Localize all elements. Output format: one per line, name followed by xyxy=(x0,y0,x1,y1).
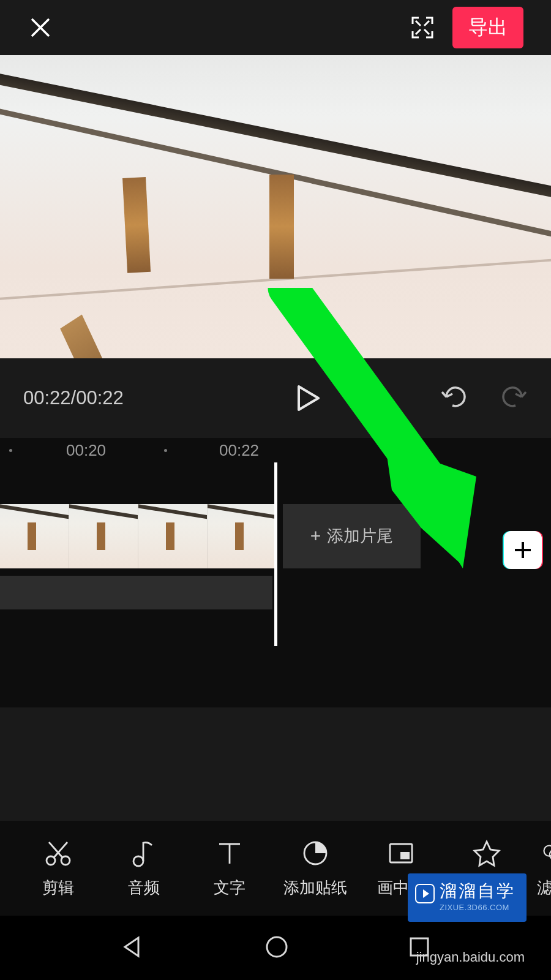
tool-filter[interactable]: 滤 xyxy=(530,839,551,899)
preview-content xyxy=(122,177,151,273)
add-ending-button[interactable]: + 添加片尾 xyxy=(283,504,421,568)
redo-icon xyxy=(501,385,528,409)
ruler-tick xyxy=(164,449,167,452)
tool-label: 添加贴纸 xyxy=(283,877,347,899)
preview-content xyxy=(60,314,116,358)
video-clip-thumbnail[interactable] xyxy=(138,504,208,568)
video-clip-thumbnail[interactable] xyxy=(208,504,277,568)
nav-back-button[interactable] xyxy=(120,934,146,962)
plus-icon xyxy=(512,540,533,560)
undo-button[interactable] xyxy=(440,385,467,412)
fullscreen-icon xyxy=(410,15,435,40)
scissors-icon xyxy=(43,839,73,868)
add-ending-label: 添加片尾 xyxy=(327,525,393,547)
nav-home-button[interactable] xyxy=(264,934,290,962)
time-display: 00:22/00:22 xyxy=(23,387,176,409)
add-clip-button[interactable] xyxy=(504,531,542,569)
svg-point-2 xyxy=(133,856,143,866)
export-button[interactable]: 导出 xyxy=(452,7,523,48)
audio-track[interactable] xyxy=(0,576,272,609)
video-clips[interactable] xyxy=(0,504,277,568)
tool-label: 剪辑 xyxy=(42,877,74,899)
video-preview[interactable] xyxy=(0,55,551,358)
svg-point-0 xyxy=(47,856,55,865)
playhead[interactable] xyxy=(274,462,277,646)
video-clip-thumbnail[interactable] xyxy=(69,504,138,568)
undo-icon xyxy=(440,385,467,409)
footer-attribution: jingyan.baidu.com xyxy=(416,949,525,965)
watermark-play-icon xyxy=(415,884,435,903)
svg-point-8 xyxy=(267,937,287,957)
fullscreen-button[interactable] xyxy=(410,15,435,40)
top-toolbar: 导出 xyxy=(0,0,551,55)
ruler-mark: 00:20 xyxy=(66,441,106,460)
tool-label: 音频 xyxy=(128,877,160,899)
music-note-icon xyxy=(129,839,159,868)
undo-redo-group xyxy=(440,385,528,412)
top-right-controls: 导出 xyxy=(410,7,523,48)
plus-icon: + xyxy=(310,526,321,546)
tool-cut[interactable]: 剪辑 xyxy=(15,839,101,899)
svg-rect-5 xyxy=(400,852,410,859)
watermark-badge: 溜溜自学 ZIXUE.3D66.COM xyxy=(408,873,527,922)
system-navigation xyxy=(0,916,551,980)
tool-audio[interactable]: 音频 xyxy=(101,839,187,899)
ruler-tick xyxy=(9,449,12,452)
play-button[interactable] xyxy=(176,385,440,412)
redo-button xyxy=(501,385,528,412)
star-icon xyxy=(472,839,501,868)
timeline-area[interactable]: + 添加片尾 xyxy=(0,462,551,707)
circle-home-icon xyxy=(264,934,290,960)
video-clip-thumbnail[interactable] xyxy=(0,504,69,568)
close-icon xyxy=(29,16,52,39)
picture-in-picture-icon xyxy=(386,839,416,868)
triangle-back-icon xyxy=(120,934,146,960)
ruler-mark: 00:22 xyxy=(219,441,259,460)
watermark-title: 溜溜自学 xyxy=(440,880,515,903)
watermark-subtitle: ZIXUE.3D66.COM xyxy=(440,903,515,912)
sticker-icon xyxy=(301,839,330,868)
play-icon xyxy=(297,385,320,412)
tool-sticker[interactable]: 添加贴纸 xyxy=(272,839,358,899)
filter-icon xyxy=(537,839,551,868)
timeline-ruler[interactable]: 00:20 00:22 xyxy=(0,438,551,462)
text-icon xyxy=(215,839,244,868)
preview-content xyxy=(269,175,294,279)
close-button[interactable] xyxy=(28,15,53,40)
tool-label: 文字 xyxy=(214,877,246,899)
tool-label: 滤 xyxy=(537,877,551,899)
tool-text[interactable]: 文字 xyxy=(187,839,272,899)
svg-point-1 xyxy=(61,856,70,865)
playback-controls: 00:22/00:22 xyxy=(0,358,551,438)
